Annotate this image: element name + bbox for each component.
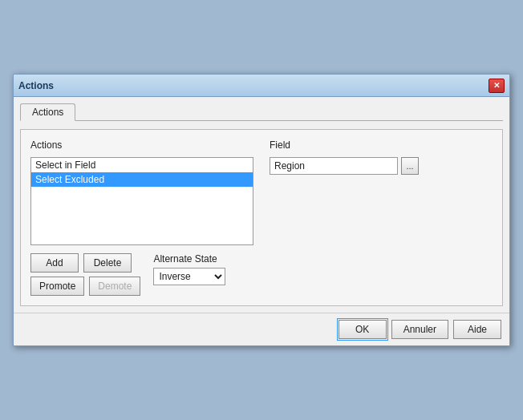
tab-actions[interactable]: Actions (20, 103, 75, 121)
close-button[interactable]: ✕ (489, 79, 505, 93)
dialog-window: Actions ✕ Actions Actions Select in Fiel… (13, 74, 510, 346)
demote-button[interactable]: Demote (89, 277, 140, 296)
actions-label: Actions (30, 139, 253, 151)
browse-button[interactable]: ... (401, 157, 419, 175)
dialog-body: Actions Actions Select in Field Select E… (14, 97, 509, 313)
panel: Actions Select in Field Select Excluded … (20, 129, 503, 306)
tab-strip: Actions (20, 103, 503, 121)
panel-content: Actions Select in Field Select Excluded … (30, 139, 493, 245)
state-select[interactable]: Inverse Normal (153, 268, 225, 285)
alternate-state-section: Alternate State Inverse Normal (153, 253, 225, 285)
help-button[interactable]: Aide (453, 320, 501, 339)
action-buttons: Add Delete Promote Demote (30, 253, 140, 296)
dialog-footer: OK Annuler Aide (14, 313, 509, 345)
window-title: Actions (18, 80, 54, 91)
add-delete-row: Add Delete (30, 253, 140, 273)
list-item[interactable]: Select in Field (31, 158, 253, 172)
buttons-row: Add Delete Promote Demote Alternate Stat… (30, 253, 493, 296)
alternate-state-label: Alternate State (153, 253, 225, 265)
promote-demote-row: Promote Demote (30, 277, 140, 296)
cancel-button[interactable]: Annuler (391, 320, 448, 339)
add-button[interactable]: Add (30, 253, 79, 273)
field-row: ... (270, 157, 493, 175)
list-item[interactable]: Select Excluded (31, 172, 253, 187)
field-input[interactable] (270, 157, 398, 175)
promote-button[interactable]: Promote (30, 277, 84, 296)
right-section: Field ... (270, 139, 493, 245)
field-label: Field (270, 139, 493, 151)
title-bar-controls: ✕ (489, 79, 505, 93)
title-bar: Actions ✕ (14, 75, 509, 97)
select-row: Inverse Normal (153, 268, 225, 285)
actions-list[interactable]: Select in Field Select Excluded (30, 157, 253, 245)
ok-button[interactable]: OK (339, 320, 387, 339)
left-section: Actions Select in Field Select Excluded (30, 139, 253, 245)
delete-button[interactable]: Delete (83, 253, 132, 273)
